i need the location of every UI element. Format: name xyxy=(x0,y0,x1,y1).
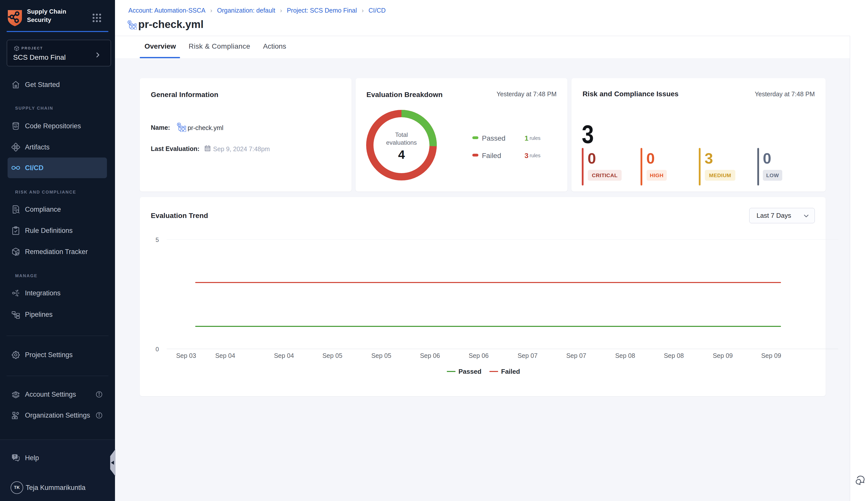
svg-text:?: ? xyxy=(14,455,15,458)
